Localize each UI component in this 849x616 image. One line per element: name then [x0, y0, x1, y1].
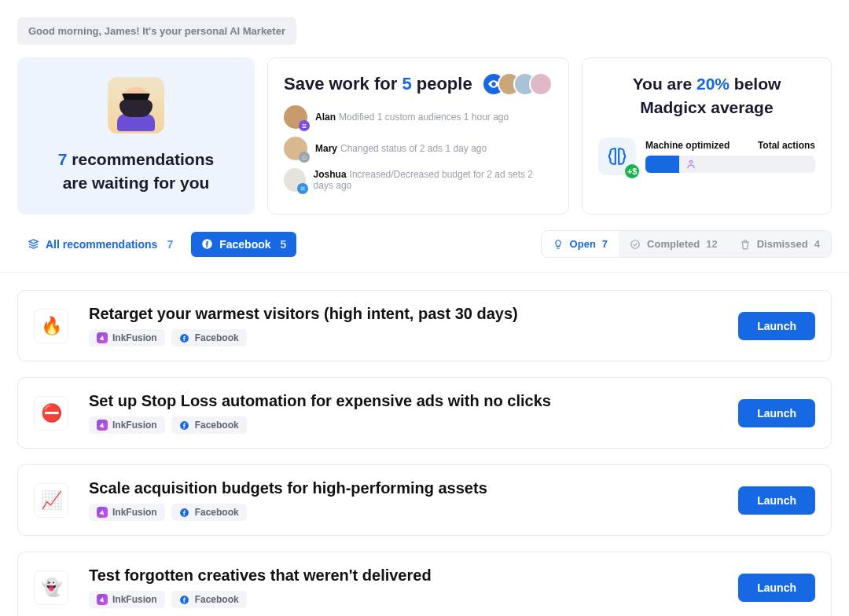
segment-completed[interactable]: Completed 12 [619, 231, 729, 257]
launch-button[interactable]: Launch [738, 574, 815, 602]
ai-marketer-avatar [108, 77, 164, 134]
inkfusion-icon [97, 507, 108, 518]
label-machine-optimized: Machine optimized [645, 140, 730, 151]
recommendations-summary-text: 7 recommendations are waiting for you [58, 148, 214, 196]
recommendation-title: Scale acquisition budgets for high-perfo… [89, 479, 718, 497]
label-total-actions: Total actions [758, 140, 815, 151]
filter-all-count: 7 [167, 238, 173, 251]
svg-point-2 [689, 160, 693, 163]
tag-account[interactable]: InkFusion [89, 591, 165, 608]
launch-button[interactable]: Launch [738, 486, 815, 515]
status-segmented-control: Open 7 Completed 12 Dismissed 4 [541, 230, 832, 258]
avatar [284, 168, 306, 192]
optimization-progress-bar [645, 156, 815, 173]
tag-channel[interactable]: Facebook [171, 504, 247, 521]
recommendation-card[interactable]: ⛔ Set up Stop Loss automation for expens… [17, 377, 832, 449]
avatar [529, 72, 553, 96]
recommendation-emoji-icon: 📈 [34, 483, 68, 518]
recommendations-summary-card: 7 recommendations are waiting for you [17, 57, 255, 214]
save-work-title: Save work for 5 people [284, 74, 472, 94]
svg-point-0 [303, 124, 304, 126]
plus-dollar-badge: +$ [625, 164, 639, 178]
facebook-icon [179, 420, 190, 431]
tag-channel[interactable]: Facebook [171, 591, 247, 608]
avatar [284, 137, 307, 160]
recommendation-emoji-icon: ⛔ [34, 396, 68, 431]
tag-channel[interactable]: Facebook [171, 329, 247, 346]
divider [0, 272, 849, 273]
launch-button[interactable]: Launch [738, 312, 815, 340]
audience-icon [299, 120, 310, 131]
tag-account[interactable]: InkFusion [89, 329, 165, 346]
filter-facebook-count: 5 [281, 238, 287, 251]
recommendation-title: Test forgotten creatives that weren't de… [89, 566, 718, 585]
activity-desc: Changed status of 2 ads 1 day ago [340, 143, 487, 154]
svg-point-3 [631, 240, 640, 248]
recommendation-card[interactable]: 🔥 Retarget your warmest visitors (high i… [17, 290, 832, 361]
ai-brain-icon: +$ [598, 138, 636, 175]
segment-dismissed-count: 4 [814, 238, 820, 250]
tag-account[interactable]: InkFusion [89, 416, 165, 434]
facebook-icon [179, 507, 190, 518]
facebook-icon [201, 238, 213, 250]
power-icon [299, 152, 310, 163]
benchmark-title: You are 20% below Madgicx average [598, 72, 815, 120]
activity-desc: Modified 1 custom audiences 1 hour ago [339, 112, 509, 123]
stack-icon [28, 238, 39, 250]
trash-icon [740, 239, 751, 250]
activity-user: Joshua [314, 169, 347, 180]
recommendation-title: Retarget your warmest visitors (high int… [89, 305, 718, 323]
recommendation-card[interactable]: 📈 Scale acquisition budgets for high-per… [17, 464, 832, 536]
optimization-progress-fill [645, 156, 679, 173]
person-icon [685, 159, 696, 170]
recommendation-title: Set up Stop Loss automation for expensiv… [89, 392, 718, 410]
recommendation-emoji-icon: 🔥 [34, 309, 68, 343]
save-work-count: 5 [402, 74, 411, 94]
facebook-icon [179, 594, 190, 605]
budget-icon [297, 183, 308, 194]
activity-row: AlanModified 1 custom audiences 1 hour a… [284, 105, 553, 129]
recommendation-card[interactable]: 👻 Test forgotten creatives that weren't … [17, 552, 832, 616]
facebook-icon [179, 332, 190, 343]
greeting-banner: Good morning, James! It's your personal … [17, 17, 296, 45]
segment-open[interactable]: Open 7 [542, 231, 619, 257]
filter-all-recommendations[interactable]: All recommendations 7 [17, 232, 183, 257]
svg-point-1 [304, 124, 306, 126]
inkfusion-icon [97, 594, 108, 605]
activity-user: Mary [315, 143, 337, 154]
segment-open-count: 7 [602, 238, 608, 250]
activity-user: Alan [315, 112, 336, 123]
filter-facebook[interactable]: Facebook 5 [191, 232, 296, 257]
recommendation-emoji-icon: 👻 [34, 570, 68, 605]
activity-row: MaryChanged status of 2 ads 1 day ago [284, 137, 553, 160]
lightbulb-icon [553, 239, 564, 250]
recommendations-count: 7 [58, 150, 68, 168]
people-avatar-stack[interactable] [482, 72, 553, 96]
avatar [284, 105, 307, 129]
segment-dismissed[interactable]: Dismissed 4 [729, 231, 831, 257]
tag-account[interactable]: InkFusion [89, 504, 165, 521]
tag-channel[interactable]: Facebook [171, 416, 247, 434]
check-circle-icon [630, 239, 641, 250]
save-work-card: Save work for 5 people AlanModified 1 cu… [267, 57, 569, 214]
inkfusion-icon [97, 420, 108, 431]
benchmark-percent: 20% [696, 75, 730, 93]
activity-row: JoshuaIncreased/Decreased budget for 2 a… [284, 168, 553, 192]
launch-button[interactable]: Launch [738, 399, 815, 427]
inkfusion-icon [97, 332, 108, 343]
segment-completed-count: 12 [706, 238, 717, 250]
benchmark-card: You are 20% below Madgicx average +$ Mac… [582, 57, 832, 214]
